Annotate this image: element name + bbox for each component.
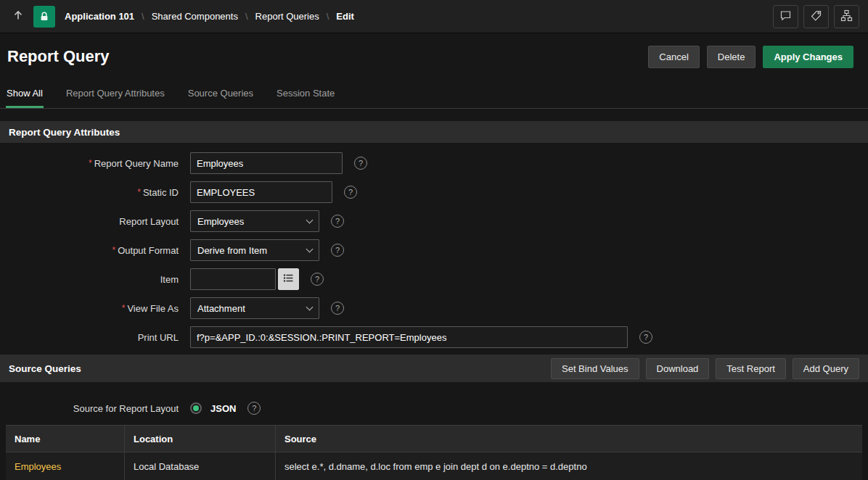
column-header-source[interactable]: Source <box>276 426 862 452</box>
json-radio-label: JSON <box>210 403 236 414</box>
breadcrumb-separator: \ <box>142 11 144 22</box>
form-row-output-format: *Output Format Derive from Item ? <box>0 236 868 265</box>
page-header: Report Query Cancel Delete Apply Changes <box>0 33 868 80</box>
item-input[interactable] <box>190 268 276 290</box>
output-format-selected-value: Derive from Item <box>197 245 267 256</box>
download-button[interactable]: Download <box>646 358 710 379</box>
source-for-report-layout-label: Source for Report Layout <box>0 403 179 414</box>
form-row-static-id: *Static ID ? <box>0 178 868 207</box>
output-format-label: *Output Format <box>0 245 179 256</box>
form-row-print-url: Print URL ? <box>0 323 868 352</box>
sitemap-button[interactable] <box>834 5 859 28</box>
application-lock-icon[interactable] <box>33 6 55 28</box>
up-arrow-icon <box>12 9 24 23</box>
attributes-section-title: Report Query Attributes <box>9 127 120 138</box>
tab-show-all[interactable]: Show All <box>6 80 44 108</box>
attributes-section-header: Report Query Attributes <box>0 121 868 143</box>
breadcrumb-application[interactable]: Application 101 <box>65 11 134 22</box>
tag-icon <box>810 9 822 24</box>
tab-session-state[interactable]: Session State <box>276 80 335 108</box>
breadcrumb-separator: \ <box>245 11 248 22</box>
breadcrumb-current-edit: Edit <box>336 11 354 22</box>
required-marker: * <box>137 187 141 197</box>
table-row: Employees Local Database select e.*, d.d… <box>6 452 862 480</box>
column-header-location[interactable]: Location <box>125 426 276 452</box>
source-queries-buttons: Set Bind Values Download Test Report Add… <box>551 358 859 379</box>
chevron-down-icon <box>306 304 314 311</box>
static-id-input[interactable] <box>190 181 332 203</box>
source-queries-table: Name Location Source Employees Local Dat… <box>6 425 862 480</box>
item-label: Item <box>0 274 179 285</box>
chevron-down-icon <box>306 217 314 224</box>
help-icon[interactable]: ? <box>331 215 344 228</box>
form-row-view-file-as: *View File As Attachment ? <box>0 294 868 323</box>
help-icon[interactable]: ? <box>247 402 261 415</box>
report-layout-selected-value: Employees <box>197 216 244 227</box>
cell-location: Local Database <box>125 452 276 480</box>
test-report-button[interactable]: Test Report <box>716 358 785 379</box>
print-url-label: Print URL <box>0 332 179 343</box>
chevron-down-icon <box>306 246 314 253</box>
column-header-name[interactable]: Name <box>6 426 125 452</box>
help-icon[interactable]: ? <box>331 302 344 315</box>
print-url-input[interactable] <box>190 326 628 348</box>
tab-bar: Show All Report Query Attributes Source … <box>0 80 868 109</box>
cell-source: select e.*, d.dname, d.loc from emp e jo… <box>276 452 862 480</box>
breadcrumb-report-queries[interactable]: Report Queries <box>255 11 319 22</box>
cancel-button[interactable]: Cancel <box>648 46 699 68</box>
required-marker: * <box>122 303 126 313</box>
table-header-row: Name Location Source <box>6 425 862 452</box>
add-query-button[interactable]: Add Query <box>793 358 859 379</box>
attributes-form: *Report Query Name ? *Static ID ? Report… <box>0 143 868 352</box>
required-marker: * <box>89 158 92 168</box>
source-queries-section-title: Source Queries <box>9 363 81 374</box>
query-name-link[interactable]: Employees <box>15 461 61 472</box>
view-file-as-select[interactable]: Attachment <box>190 297 319 319</box>
tab-source-queries[interactable]: Source Queries <box>187 80 254 108</box>
tab-report-query-attributes[interactable]: Report Query Attributes <box>65 80 165 108</box>
topbar-actions <box>773 5 859 28</box>
help-icon[interactable]: ? <box>639 331 652 344</box>
form-row-report-query-name: *Report Query Name ? <box>0 149 868 178</box>
static-id-label: *Static ID <box>0 187 179 198</box>
item-input-group <box>190 268 299 290</box>
view-file-as-label: *View File As <box>0 303 179 314</box>
top-navigation-bar: Application 101 \ Shared Components \ Re… <box>0 0 868 33</box>
list-picker-icon <box>283 273 294 286</box>
source-queries-section-header: Source Queries Set Bind Values Download … <box>0 355 868 382</box>
feedback-bubble-icon <box>779 9 792 24</box>
sitemap-icon <box>840 9 853 24</box>
report-query-name-label: *Report Query Name <box>0 158 179 169</box>
view-file-as-selected-value: Attachment <box>197 303 245 314</box>
page-title: Report Query <box>7 47 110 66</box>
breadcrumb-shared-components[interactable]: Shared Components <box>152 11 238 22</box>
delete-button[interactable]: Delete <box>707 46 756 68</box>
json-radio-button[interactable] <box>190 402 202 414</box>
help-icon[interactable]: ? <box>331 244 344 257</box>
breadcrumb: Application 101 \ Shared Components \ Re… <box>65 11 354 22</box>
form-row-item: Item ? <box>0 265 868 294</box>
output-format-select[interactable]: Derive from Item <box>190 239 319 261</box>
item-picker-button[interactable] <box>278 268 299 290</box>
report-layout-select[interactable]: Employees <box>190 210 319 232</box>
shortcuts-button[interactable] <box>803 5 829 28</box>
header-buttons: Cancel Delete Apply Changes <box>648 46 853 68</box>
breadcrumb-separator: \ <box>327 11 329 22</box>
source-for-report-layout-row: Source for Report Layout JSON ? <box>0 394 868 423</box>
apply-changes-button[interactable]: Apply Changes <box>763 46 853 68</box>
cell-name: Employees <box>6 452 125 480</box>
scroll-to-top-button[interactable] <box>9 7 28 27</box>
help-icon[interactable]: ? <box>344 186 357 199</box>
feedback-button[interactable] <box>773 5 798 28</box>
help-icon[interactable]: ? <box>354 157 367 170</box>
radio-selected-dot <box>193 405 199 411</box>
required-marker: * <box>112 245 116 255</box>
form-row-report-layout: Report Layout Employees ? <box>0 207 868 236</box>
help-icon[interactable]: ? <box>311 273 324 286</box>
report-query-name-input[interactable] <box>190 152 343 174</box>
report-layout-label: Report Layout <box>0 216 179 227</box>
set-bind-values-button[interactable]: Set Bind Values <box>551 358 639 379</box>
